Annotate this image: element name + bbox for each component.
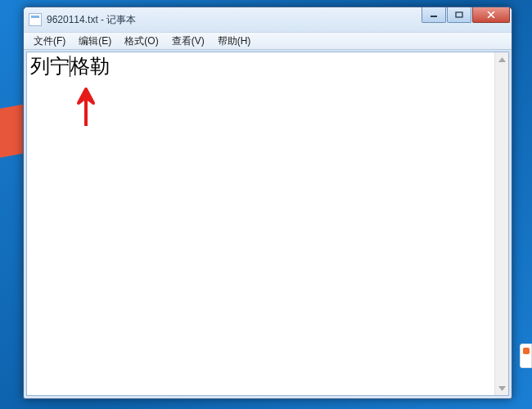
text-before-caret: 列宁 bbox=[30, 56, 70, 77]
editor-frame: 列宁格勒 bbox=[26, 52, 509, 396]
menubar: 文件(F) 编辑(E) 格式(O) 查看(V) 帮助(H) bbox=[24, 32, 512, 50]
close-button[interactable] bbox=[472, 7, 510, 23]
menu-view[interactable]: 查看(V) bbox=[165, 33, 211, 50]
text-after-caret: 格勒 bbox=[70, 56, 110, 77]
notepad-window: 9620114.txt - 记事本 文件(F) 编辑(E) 格式(O) 查看(V… bbox=[23, 7, 512, 399]
text-editor[interactable]: 列宁格勒 bbox=[27, 52, 494, 395]
svg-rect-1 bbox=[456, 12, 462, 17]
menu-format[interactable]: 格式(O) bbox=[118, 33, 165, 50]
desktop-decor-right bbox=[520, 344, 532, 368]
chevron-down-icon bbox=[498, 386, 506, 391]
chevron-up-icon bbox=[498, 57, 506, 62]
minimize-icon bbox=[430, 11, 438, 18]
minimize-button[interactable] bbox=[422, 7, 446, 23]
svg-rect-0 bbox=[431, 16, 437, 17]
menu-help[interactable]: 帮助(H) bbox=[211, 33, 258, 50]
desktop-decor-left bbox=[0, 104, 25, 157]
window-controls bbox=[422, 7, 510, 23]
scroll-down-button[interactable] bbox=[495, 381, 508, 395]
window-title: 9620114.txt - 记事本 bbox=[47, 13, 136, 27]
titlebar[interactable]: 9620114.txt - 记事本 bbox=[24, 7, 512, 32]
vertical-scrollbar[interactable] bbox=[494, 52, 508, 395]
menu-edit[interactable]: 编辑(E) bbox=[72, 33, 118, 50]
scroll-up-button[interactable] bbox=[495, 52, 508, 66]
annotation-arrow-icon bbox=[74, 85, 98, 130]
menu-file[interactable]: 文件(F) bbox=[27, 33, 72, 50]
close-icon bbox=[487, 11, 495, 18]
maximize-icon bbox=[455, 11, 463, 18]
notepad-icon bbox=[29, 13, 42, 26]
maximize-button[interactable] bbox=[447, 7, 471, 23]
